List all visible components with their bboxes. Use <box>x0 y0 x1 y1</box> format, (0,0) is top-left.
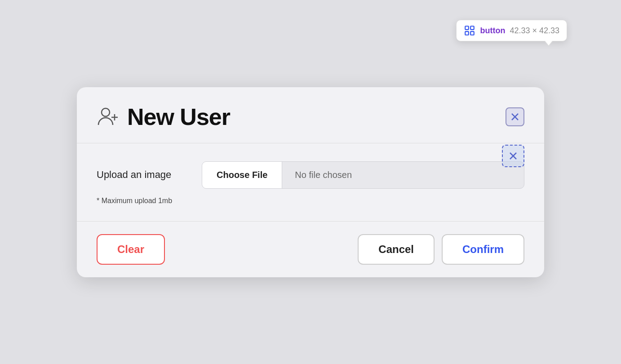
tooltip-dims: 42.33 × 42.33 <box>510 26 559 35</box>
dialog-footer: Clear Cancel Confirm <box>77 222 544 277</box>
close-button[interactable] <box>506 107 524 126</box>
svg-rect-2 <box>466 31 469 35</box>
svg-rect-1 <box>471 26 475 30</box>
header-left: New User <box>97 103 230 130</box>
upload-label: Upload an image <box>97 169 191 181</box>
add-user-icon <box>97 105 120 129</box>
tooltip-type: button <box>480 26 505 35</box>
dialog-body: Upload an image Choose File No file chos… <box>77 143 544 222</box>
svg-rect-0 <box>466 26 469 30</box>
element-type-icon <box>464 25 475 36</box>
clear-button[interactable]: Clear <box>97 234 165 265</box>
new-user-dialog: New User Upload an image Choose File No … <box>77 87 544 277</box>
upload-hint: * Maximum upload 1mb <box>97 197 524 205</box>
confirm-button[interactable]: Confirm <box>442 234 524 265</box>
element-tooltip: button 42.33 × 42.33 <box>456 20 567 41</box>
upload-row: Upload an image Choose File No file chos… <box>97 161 524 189</box>
svg-point-6 <box>102 108 110 116</box>
dialog-title: New User <box>127 103 230 130</box>
file-input-container: Choose File No file chosen <box>202 161 524 189</box>
close-x-icon <box>510 112 520 122</box>
cancel-button[interactable]: Cancel <box>358 234 435 265</box>
no-file-text: No file chosen <box>282 162 524 188</box>
choose-file-button[interactable]: Choose File <box>202 162 282 188</box>
dialog-header: New User <box>77 87 544 143</box>
svg-rect-3 <box>471 31 475 35</box>
